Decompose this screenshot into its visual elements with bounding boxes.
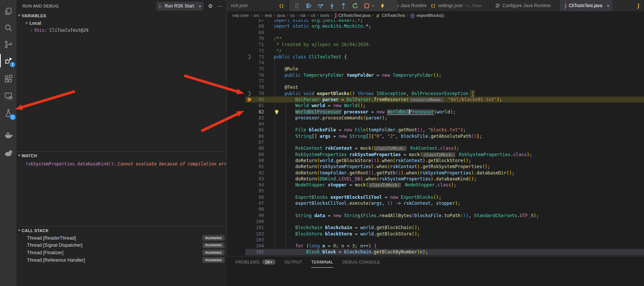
- stop-button[interactable]: [362, 1, 371, 10]
- code-line-98[interactable]: 98: [227, 206, 644, 212]
- line-number: 76: [249, 72, 264, 78]
- editor-tab-CliToolsTest.java[interactable]: JCliToolsTest.java×: [560, 0, 613, 11]
- docker-icon: [4, 130, 13, 140]
- code-line-90[interactable]: 90 doReturn(world.getBlockStore()).when(…: [227, 158, 644, 164]
- line-number: 88: [249, 145, 264, 151]
- activity-item-remote-explorer[interactable]: [0, 88, 16, 103]
- code-line-84[interactable]: 84: [227, 121, 644, 127]
- breadcrumb-item-test[interactable]: test: [265, 13, 272, 18]
- code-line-95[interactable]: 95: [227, 188, 644, 194]
- editor-tab-clipped[interactable]: J: [613, 0, 644, 11]
- breadcrumb-item-CliToolsTest[interactable]: CliToolsTest: [376, 13, 405, 18]
- editor-tab-Configure Java Runtime[interactable]: Configure Java Runtime: [490, 0, 560, 11]
- code-line-80[interactable]: 80 DslParser parser = DslParser.fromReso…: [227, 97, 644, 103]
- code-line-86[interactable]: 86 String[] args = new String[]{"0", "2"…: [227, 133, 644, 139]
- panel-tab-terminal[interactable]: TERMINAL: [311, 256, 333, 268]
- breadcrumb-item-tools[interactable]: tools: [320, 13, 329, 18]
- call-stack-thread-row[interactable]: Thread [Signal Dispatcher]RUNNING: [16, 242, 227, 249]
- code-line-77[interactable]: 77: [227, 78, 644, 84]
- step-into-button[interactable]: [327, 1, 337, 10]
- activity-item-testing[interactable]: [0, 106, 16, 121]
- panel-tab-problems[interactable]: PROBLEMS1K+: [236, 256, 276, 268]
- activity-item-explorer[interactable]: [0, 4, 16, 19]
- step-over-button[interactable]: [315, 1, 325, 10]
- run-config-dropdown[interactable]: ▷ Run RSK Start ▾: [157, 2, 203, 10]
- editor-area: 67import static org.junit.Assert.*;68imp…: [227, 0, 644, 286]
- call-stack-thread-row[interactable]: Thread [Finalizer]RUNNING: [16, 249, 227, 256]
- breadcrumb-item-rskj-core[interactable]: rskj-core: [232, 13, 249, 18]
- watch-section-header[interactable]: ▾ WATCH: [16, 152, 227, 159]
- gear-icon[interactable]: ⚙: [208, 3, 213, 9]
- breadcrumb-item-src[interactable]: src: [254, 13, 259, 18]
- panel-tab-output[interactable]: OUTPUT: [285, 256, 303, 268]
- code-line-94[interactable]: 94 NodeStopper stopper = mock(classToMoc…: [227, 182, 644, 188]
- breadcrumb-item-CliToolsTest.java[interactable]: JCliToolsTest.java: [335, 13, 370, 18]
- code-line-74[interactable]: 74: [227, 60, 644, 66]
- code-line-103[interactable]: 103: [227, 237, 644, 243]
- code-line-75[interactable]: 75 @Rule: [227, 66, 644, 72]
- code-line-104[interactable]: 104 for (long n = 0; n < 3; n++) {: [227, 243, 644, 249]
- code-line-101[interactable]: 101 Blockchain blockchain = world.getBlo…: [227, 225, 644, 231]
- code-line-71[interactable]: 71 * Created by ajlopez on 26/04/2020.: [227, 42, 644, 48]
- code-line-85[interactable]: 85 File blocksFile = new File(tempFolder…: [227, 127, 644, 133]
- breadcrumb-item-java[interactable]: java: [277, 13, 285, 18]
- code-line-91[interactable]: 91 doReturn(rskSystemProperties).when(rs…: [227, 164, 644, 170]
- stop-chevron-button[interactable]: [371, 1, 376, 10]
- editor-tab-settings.json[interactable]: {}settings.json~/.../User: [427, 0, 490, 11]
- code-line-105[interactable]: 105 Block block = blockchain.getBlockByN…: [227, 249, 644, 255]
- variable-this-row[interactable]: › this: CliToolsTest@29: [16, 27, 227, 34]
- code-line-102[interactable]: 102 BlockStore blockStore = world.getBlo…: [227, 231, 644, 237]
- code-line-78[interactable]: 78 @Test: [227, 84, 644, 90]
- code-line-89[interactable]: 89 RskSystemProperties rskSystemProperti…: [227, 152, 644, 158]
- activity-item-run-and-debug[interactable]: 1: [0, 53, 16, 68]
- more-actions-icon[interactable]: ⋯: [217, 3, 223, 9]
- activity-item-docker[interactable]: [0, 127, 16, 142]
- breadcrumb-item-cli[interactable]: cli: [311, 13, 315, 18]
- panel-tab-debug-console[interactable]: DEBUG CONSOLE: [342, 256, 380, 268]
- code-line-73[interactable]: 73public class CliToolsTest {: [227, 54, 644, 60]
- restart-button[interactable]: [350, 1, 360, 10]
- breadcrumb-item-exportBlocks()[interactable]: exportBlocks(): [410, 13, 444, 18]
- code-line-76[interactable]: 76 public TemporaryFolder tempFolder = n…: [227, 72, 644, 78]
- variables-scope-local[interactable]: ▾ Local: [16, 19, 227, 27]
- breadcrumb-item-rsk[interactable]: rsk: [300, 13, 306, 18]
- watch-expression-row[interactable]: rskSystemProperties.databaseKind(): Cann…: [16, 160, 227, 167]
- activity-item-extensions[interactable]: [0, 71, 16, 86]
- code-line-69[interactable]: 69: [227, 30, 644, 36]
- activity-item-search[interactable]: [0, 20, 16, 35]
- call-stack-thread-row[interactable]: Thread [ReaderThread]RUNNING: [16, 234, 227, 241]
- line-number: 70: [249, 36, 264, 42]
- line-number: 75: [249, 66, 264, 72]
- step-out-button[interactable]: [338, 1, 348, 10]
- editor-tab-nch.json[interactable]: nch.json: [227, 0, 274, 11]
- breadcrumb-item-co[interactable]: co: [290, 13, 295, 18]
- code-line-79[interactable]: 79 public void exportBlocks() throws IOE…: [227, 91, 644, 97]
- code-line-88[interactable]: 88 RskContext rskContext = mock(classToM…: [227, 145, 644, 151]
- code-line-81[interactable]: 81 World world = new World();: [227, 103, 644, 109]
- activity-item-source-control[interactable]: [0, 37, 16, 52]
- activity-item-gradle[interactable]: [0, 145, 16, 160]
- line-number: 92: [249, 170, 264, 176]
- code-line-97[interactable]: 97 exportBlocksCliTool.execute(args, () …: [227, 200, 644, 206]
- code-line-72[interactable]: 72 */: [227, 48, 644, 54]
- code-line-82[interactable]: 82 WorldDslProcessor processor = new Wor…: [227, 109, 644, 115]
- call-stack-section-header[interactable]: ▾ CALL STACK: [16, 227, 227, 234]
- drag-handle-button[interactable]: [292, 1, 302, 10]
- hot-code-replace-button[interactable]: [377, 1, 387, 10]
- code-line-87[interactable]: 87: [227, 139, 644, 145]
- code-text: File blocksFile = new File(tempFolder.ge…: [274, 127, 466, 133]
- code-line-68[interactable]: 68import static org.mockito.Mockito.*;: [227, 23, 644, 29]
- json-file-icon: {}: [279, 3, 284, 8]
- continue-button[interactable]: [304, 1, 313, 10]
- code-editor[interactable]: 67import static org.junit.Assert.*;68imp…: [227, 0, 644, 256]
- close-icon[interactable]: ×: [607, 3, 610, 9]
- call-stack-thread-row[interactable]: Thread [Reference Handler]RUNNING: [16, 256, 227, 264]
- code-line-99[interactable]: 99 String data = new String(Files.readAl…: [227, 213, 644, 219]
- code-line-92[interactable]: 92 doReturn(tempFolder.getRoot().getPath…: [227, 170, 644, 176]
- code-line-93[interactable]: 93 doReturn(DbKind.LEVEL_DB).when(rskSys…: [227, 176, 644, 182]
- variables-section-header[interactable]: ▾ VARIABLES: [16, 12, 227, 19]
- code-line-83[interactable]: 83 processor.processCommands(parser);: [227, 115, 644, 121]
- code-line-96[interactable]: 96 ExportBlocks exportBlocksCliTool = ne…: [227, 194, 644, 200]
- code-line-70[interactable]: 70/**: [227, 36, 644, 42]
- code-line-100[interactable]: 100: [227, 219, 644, 225]
